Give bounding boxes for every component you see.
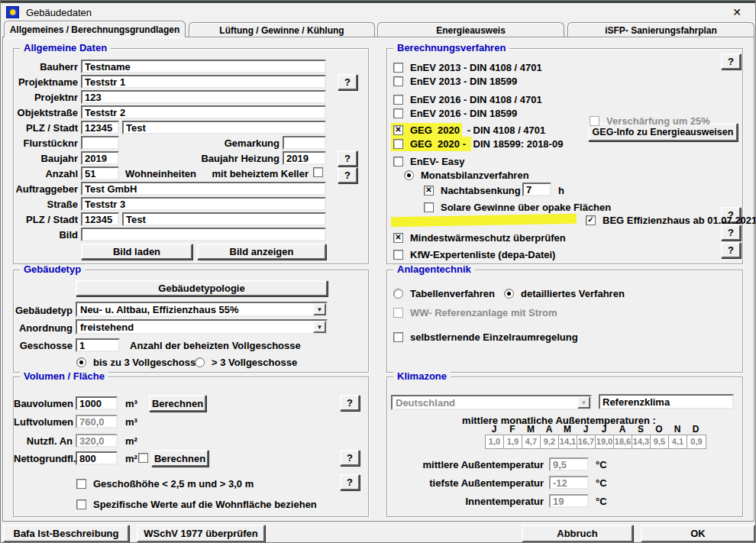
selbstlernend-checkbox[interactable]: [393, 332, 403, 342]
tabellenverfahren-label[interactable]: Tabellenverfahren: [410, 288, 495, 299]
monatsbilanz-label[interactable]: Monatsbilanzverfahren: [421, 170, 529, 181]
bis3-label[interactable]: bis zu 3 Vollgeschosse: [93, 357, 201, 368]
solare-checkbox[interactable]: [424, 202, 434, 212]
anzahl-input[interactable]: [81, 166, 119, 180]
enev2013-4108-label[interactable]: EnEV 2013 - DIN 4108 / 4701: [410, 62, 542, 73]
bafa-button[interactable]: Bafa Ist-Beschreibung: [3, 525, 129, 542]
tab-allgemeines[interactable]: Allgemeines / Berechnungsgrundlagen: [4, 21, 186, 37]
referenzklima-input[interactable]: [599, 394, 734, 409]
anzahl-help-button[interactable]: ?: [338, 167, 357, 183]
gebaeudetypologie-button[interactable]: Gebäudetypologie: [76, 280, 328, 296]
enev2013-4108-checkbox[interactable]: [393, 63, 403, 73]
selbstlernend-label[interactable]: selbstlernende Einzelraumregelung: [410, 331, 578, 343]
beg-checkbox[interactable]: ✓: [586, 215, 596, 225]
nettogrundfl-help-button[interactable]: ?: [340, 450, 360, 466]
bauvolumen-input[interactable]: [76, 396, 118, 410]
beg-label[interactable]: BEG Effizienzhaus ab 01.07.2021: [603, 215, 756, 226]
nachtabsenkung-input[interactable]: [522, 183, 551, 196]
luftvolumen-label: Luftvolumen: [14, 416, 73, 428]
gebaeudetyp-dropdown[interactable]: Neu- u. Altbau, Effizienzhaus 55% ▼: [76, 302, 328, 317]
strasse-input[interactable]: [81, 197, 326, 211]
bild-laden-button[interactable]: Bild laden: [81, 244, 192, 260]
ueber3-label[interactable]: > 3 Vollgeschosse: [212, 357, 297, 368]
mindestwaermeschutz-label[interactable]: Mindestwärmeschutz überprüfen: [410, 232, 566, 244]
ok-button[interactable]: OK: [641, 525, 755, 542]
enev-easy-checkbox[interactable]: [393, 157, 403, 166]
keller-checkbox[interactable]: [313, 167, 323, 177]
enev2013-18599-checkbox[interactable]: [393, 76, 403, 86]
innen-temp-unit: °C: [596, 496, 607, 507]
detailliertes-label[interactable]: detailliertes Verfahren: [521, 288, 625, 299]
spezifisch-checkbox[interactable]: [76, 499, 86, 509]
geg2020-4108-label-hl[interactable]: GEG 2020: [410, 124, 460, 136]
nettogrundfl-checkbox[interactable]: [138, 453, 148, 463]
mindestwaermeschutz-checkbox[interactable]: ✕: [393, 233, 403, 243]
bauvolumen-berechnen-button[interactable]: Berechnen: [149, 395, 206, 412]
plz2-input[interactable]: [81, 212, 119, 226]
bild-anzeigen-button[interactable]: Bild anzeigen: [197, 244, 326, 260]
enev2016-18599-checkbox[interactable]: [393, 108, 403, 118]
anordnung-dropdown[interactable]: freistehend ▼: [76, 319, 328, 335]
tab-isfp[interactable]: iSFP- Sanierungsfahrplan: [567, 22, 754, 37]
nachtabsenkung-checkbox[interactable]: ✕: [424, 186, 434, 196]
enev2013-18599-label[interactable]: EnEV 2013 - DIN 18599: [410, 76, 517, 87]
tab-energieausweis[interactable]: Energieausweis: [377, 22, 564, 37]
chevron-down-icon[interactable]: ▼: [313, 321, 326, 333]
detailliertes-radio[interactable]: [504, 289, 514, 299]
geschosshoehe-help-button[interactable]: ?: [340, 474, 360, 490]
abbruch-button[interactable]: Abbruch: [522, 525, 633, 542]
geg2020-18599-label-hl[interactable]: GEG 2020 -: [410, 138, 469, 150]
bauherr-input[interactable]: [81, 60, 326, 73]
stadt-input[interactable]: [122, 121, 326, 134]
geg2020-18599-checkbox[interactable]: [393, 139, 403, 149]
solare-label[interactable]: Solare Gewinne über opake Flächen: [441, 202, 611, 213]
plz-input[interactable]: [81, 121, 119, 134]
verschaerfung-label: Verschärfung um 25%: [606, 115, 710, 127]
projektname-help-button[interactable]: ?: [338, 74, 357, 90]
close-icon[interactable]: ✕: [728, 5, 746, 20]
kfw-row: KfW-Expertenliste (depa-Datei): [393, 248, 555, 260]
geg2020-4108-label-rest[interactable]: - DIN 4108 / 4701: [464, 124, 545, 136]
nettogrundfl-input[interactable]: [76, 451, 118, 465]
baujahr-heizung-label: Baujahr Heizung: [151, 153, 279, 164]
baujahr-input[interactable]: [81, 151, 119, 165]
bauvolumen-help-button[interactable]: ?: [340, 395, 360, 411]
bis3-radio[interactable]: [76, 357, 86, 367]
kfw-checkbox[interactable]: [393, 250, 403, 260]
tabellenverfahren-radio[interactable]: [393, 289, 403, 299]
ueber3-radio[interactable]: [195, 357, 205, 367]
flurstuecknr-input[interactable]: [81, 136, 119, 150]
nettogrundfl-berechnen-button[interactable]: Berechnen: [151, 450, 208, 467]
tab-lueftung[interactable]: Lüftung / Gewinne / Kühlung: [189, 22, 375, 37]
baujahr-heizung-input[interactable]: [283, 151, 326, 165]
enev2016-4108-checkbox[interactable]: [393, 95, 403, 105]
wschv-button[interactable]: WSchV 1977 überprüfen: [137, 525, 265, 542]
auftraggeber-input[interactable]: [81, 182, 326, 196]
gemarkung-input[interactable]: [283, 136, 326, 150]
spezifisch-label[interactable]: Spezifische Werte auf die Wohnfläche bez…: [93, 499, 317, 510]
vollgeschosse-label: Anzahl der beheizten Vollgeschosse: [130, 340, 301, 351]
geschosshoehe-checkbox[interactable]: [76, 479, 86, 489]
enev2016-18599-label[interactable]: EnEV 2016 - DIN 18599: [410, 108, 517, 119]
verfahren-help-button[interactable]: ?: [721, 53, 741, 69]
solare-row: Solare Gewinne über opake Flächen: [424, 201, 611, 213]
kfw-help-button[interactable]: ?: [721, 242, 741, 258]
geg2020-18599-label-rest[interactable]: DIN 18599: 2018-09: [473, 138, 564, 150]
geschosshoehe-label[interactable]: Geschoßhöhe < 2,5 m und > 3,0 m: [93, 478, 254, 490]
nachtabsenkung-label[interactable]: Nachtabsenkung: [441, 185, 521, 196]
mindestwaermeschutz-help-button[interactable]: ?: [721, 225, 741, 241]
baujahr-help-button[interactable]: ?: [338, 150, 357, 166]
bild-input[interactable]: [81, 228, 326, 241]
projektnr-input[interactable]: [81, 90, 326, 104]
stadt2-input[interactable]: [122, 212, 326, 226]
kfw-label[interactable]: KfW-Expertenliste (depa-Datei): [410, 249, 555, 260]
luftvolumen-unit: m³: [125, 416, 137, 428]
geschosse-input[interactable]: [76, 338, 120, 352]
geg2020-4108-checkbox[interactable]: ✕: [393, 125, 403, 135]
enev2016-4108-label[interactable]: EnEV 2016 - DIN 4108 / 4701: [410, 94, 542, 105]
enev-easy-label[interactable]: EnEV- Easy: [410, 156, 465, 167]
objektstrasse-input[interactable]: [81, 105, 326, 119]
chevron-down-icon[interactable]: ▼: [313, 303, 326, 315]
projektname-input[interactable]: [81, 75, 326, 89]
monatsbilanz-radio[interactable]: [404, 170, 414, 180]
